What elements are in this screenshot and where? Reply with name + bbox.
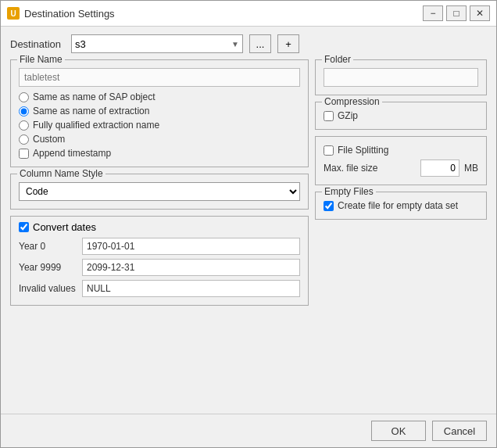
create-empty-file-checkbox[interactable]: Create file for empty data set — [324, 200, 478, 211]
folder-title: Folder — [322, 54, 353, 65]
year0-row: Year 0 — [19, 238, 300, 255]
folder-group: Folder — [315, 59, 487, 95]
max-file-size-label: Max. file size — [324, 163, 416, 174]
create-empty-file-label: Create file for empty data set — [338, 200, 458, 211]
dialog-window: U Destination Settings − □ ✕ Destination… — [0, 0, 497, 448]
cancel-button[interactable]: Cancel — [432, 421, 487, 441]
file-name-title: File Name — [17, 54, 65, 65]
file-name-input[interactable] — [19, 68, 300, 87]
main-panels: File Name Same as name of SAP object Sam… — [10, 59, 487, 406]
radio-custom-label: Custom — [33, 134, 65, 145]
convert-dates-checkbox[interactable] — [19, 222, 29, 232]
file-splitting-group: File Splitting Max. file size MB — [315, 136, 487, 185]
destination-value: s3 — [75, 38, 86, 50]
compression-group: Compression GZip — [315, 102, 487, 130]
file-splitting-input[interactable] — [324, 145, 334, 156]
create-empty-file-input[interactable] — [324, 201, 334, 211]
append-timestamp-input[interactable] — [19, 149, 29, 159]
destination-dropdown[interactable]: s3 ▼ — [71, 34, 243, 53]
column-name-style-title: Column Name Style — [17, 168, 105, 179]
empty-files-title: Empty Files — [322, 186, 376, 197]
destination-row: Destination s3 ▼ ... + — [10, 34, 487, 53]
column-name-style-select[interactable]: Code Description Both — [19, 182, 300, 201]
file-splitting-label: File Splitting — [338, 145, 388, 156]
radio-sap-object-label: Same as name of SAP object — [33, 91, 156, 102]
radio-extraction-name-input[interactable] — [19, 106, 29, 116]
compression-title: Compression — [322, 96, 382, 107]
max-file-size-row: Max. file size MB — [324, 159, 478, 177]
folder-input[interactable] — [324, 68, 478, 87]
ok-button[interactable]: OK — [371, 421, 426, 441]
dates-header: Convert dates — [19, 221, 300, 233]
chevron-down-icon: ▼ — [231, 40, 239, 48]
minimize-button[interactable]: − — [423, 5, 443, 21]
year0-input[interactable] — [82, 238, 300, 255]
plus-button[interactable]: + — [277, 34, 299, 53]
radio-custom[interactable]: Custom — [19, 134, 300, 145]
gzip-input[interactable] — [324, 111, 334, 121]
dots-button[interactable]: ... — [249, 34, 271, 53]
left-panel: File Name Same as name of SAP object Sam… — [10, 59, 309, 406]
radio-fully-qualified-input[interactable] — [19, 120, 29, 131]
invalid-values-input[interactable] — [82, 280, 300, 297]
close-button[interactable]: ✕ — [470, 5, 490, 21]
radio-custom-input[interactable] — [19, 134, 29, 145]
radio-group: Same as name of SAP object Same as name … — [19, 91, 300, 145]
gzip-label: GZip — [338, 110, 358, 121]
radio-fully-qualified[interactable]: Fully qualified extraction name — [19, 120, 300, 131]
invalid-values-label: Invalid values — [19, 283, 77, 294]
year9999-row: Year 9999 — [19, 259, 300, 276]
file-name-group: File Name Same as name of SAP object Sam… — [10, 59, 309, 167]
radio-extraction-name-label: Same as name of extraction — [33, 106, 149, 116]
convert-dates-label: Convert dates — [33, 221, 96, 233]
year9999-label: Year 9999 — [19, 262, 77, 273]
title-bar: U Destination Settings − □ ✕ — [1, 1, 496, 27]
radio-fully-qualified-label: Fully qualified extraction name — [33, 120, 159, 131]
radio-sap-object[interactable]: Same as name of SAP object — [19, 91, 300, 102]
convert-dates-group: Convert dates Year 0 Year 9999 Invalid v… — [10, 216, 309, 306]
year9999-input[interactable] — [82, 259, 300, 276]
destination-label: Destination — [10, 38, 65, 50]
empty-files-group: Empty Files Create file for empty data s… — [315, 192, 487, 220]
dialog-footer: OK Cancel — [1, 414, 496, 447]
window-controls: − □ ✕ — [423, 5, 490, 21]
max-file-size-input[interactable] — [420, 159, 459, 177]
append-timestamp-checkbox[interactable]: Append timestamp — [19, 148, 300, 159]
main-content: Destination s3 ▼ ... + File Name Sam — [1, 27, 496, 414]
window-title: Destination Settings — [24, 8, 423, 20]
maximize-button[interactable]: □ — [446, 5, 467, 21]
mb-label: MB — [464, 163, 478, 174]
gzip-checkbox[interactable]: GZip — [324, 110, 478, 121]
year0-label: Year 0 — [19, 241, 77, 252]
append-timestamp-label: Append timestamp — [33, 148, 111, 159]
right-panel: Folder Compression GZip File Splitting — [315, 59, 487, 406]
file-splitting-checkbox[interactable]: File Splitting — [324, 145, 478, 156]
column-name-style-group: Column Name Style Code Description Both — [10, 174, 309, 210]
radio-sap-object-input[interactable] — [19, 92, 29, 102]
invalid-values-row: Invalid values — [19, 280, 300, 297]
app-icon: U — [7, 7, 20, 20]
radio-extraction-name[interactable]: Same as name of extraction — [19, 106, 300, 116]
